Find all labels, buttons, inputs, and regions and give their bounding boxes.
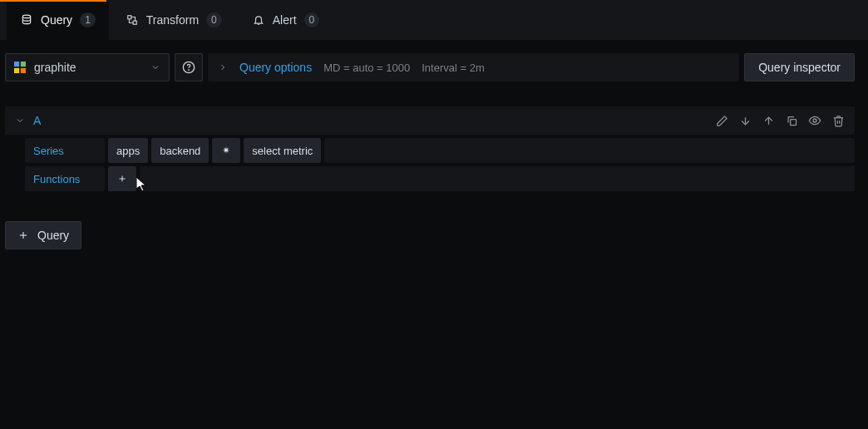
tab-alert-label: Alert — [273, 13, 297, 27]
collapse-toggle[interactable] — [15, 116, 25, 126]
asterisk-icon — [221, 145, 231, 155]
svg-rect-11 — [790, 119, 796, 125]
query-row-actions — [715, 114, 845, 127]
chevron-down-icon — [150, 62, 160, 72]
query-row-header: A — [5, 106, 855, 135]
svg-rect-3 — [14, 62, 19, 67]
transform-icon — [126, 13, 139, 27]
datasource-picker[interactable]: graphite — [5, 53, 170, 81]
svg-point-12 — [813, 119, 816, 122]
series-row: Series apps backend select metric — [25, 138, 855, 163]
query-inspector-label: Query inspector — [758, 61, 841, 74]
bell-icon — [252, 13, 265, 27]
tab-alert-count: 0 — [304, 12, 320, 27]
tab-transform[interactable]: Transform 0 — [112, 0, 235, 40]
options-row: graphite Query options MD = auto = 1000 … — [5, 53, 855, 81]
functions-row-filler — [140, 166, 855, 191]
query-options-interval: Interval = 2m — [422, 62, 485, 74]
datasource-help-button[interactable] — [175, 53, 203, 81]
query-options-md: MD = auto = 1000 — [323, 62, 410, 74]
series-segment-select-metric[interactable]: select metric — [244, 138, 321, 163]
svg-rect-2 — [133, 21, 136, 24]
query-inspector-button[interactable]: Query inspector — [744, 53, 855, 81]
functions-row: Functions — [25, 166, 855, 191]
database-icon — [20, 13, 33, 27]
svg-rect-1 — [128, 16, 131, 19]
query-options-bar[interactable]: Query options MD = auto = 1000 Interval … — [208, 53, 739, 81]
svg-rect-4 — [21, 62, 26, 67]
chevron-right-icon — [218, 62, 228, 72]
plus-icon — [117, 174, 127, 184]
series-segment-2[interactable]: backend — [151, 138, 209, 163]
tab-query-label: Query — [41, 13, 72, 27]
functions-row-label: Functions — [25, 166, 105, 191]
svg-rect-6 — [21, 68, 26, 73]
tab-bar: Query 1 Transform 0 Alert 0 — [0, 0, 868, 40]
tab-query-count: 1 — [80, 12, 96, 27]
series-segment-wildcard[interactable] — [212, 138, 240, 163]
svg-point-0 — [22, 15, 30, 18]
query-row-name[interactable]: A — [33, 114, 41, 127]
series-row-filler — [324, 138, 855, 163]
add-query-button[interactable]: Query — [5, 221, 81, 249]
tab-query[interactable]: Query 1 — [7, 0, 109, 40]
duplicate-button[interactable] — [785, 114, 798, 127]
series-row-label: Series — [25, 138, 105, 163]
tab-alert[interactable]: Alert 0 — [239, 0, 333, 40]
move-up-button[interactable] — [762, 114, 775, 127]
add-function-button[interactable] — [108, 166, 136, 191]
datasource-icon — [14, 62, 26, 73]
tab-transform-count: 0 — [206, 12, 222, 27]
plus-icon — [17, 229, 29, 241]
tab-transform-label: Transform — [146, 13, 199, 27]
delete-button[interactable] — [831, 114, 845, 127]
query-options-label: Query options — [239, 61, 312, 74]
move-down-button[interactable] — [738, 114, 752, 127]
datasource-name: graphite — [34, 61, 76, 74]
toggle-visibility-button[interactable] — [808, 114, 821, 127]
svg-point-8 — [189, 70, 190, 71]
series-segment-1[interactable]: apps — [108, 138, 148, 163]
question-icon — [182, 61, 195, 74]
add-query-label: Query — [37, 229, 69, 242]
edit-button[interactable] — [715, 114, 728, 127]
svg-rect-5 — [14, 68, 19, 73]
